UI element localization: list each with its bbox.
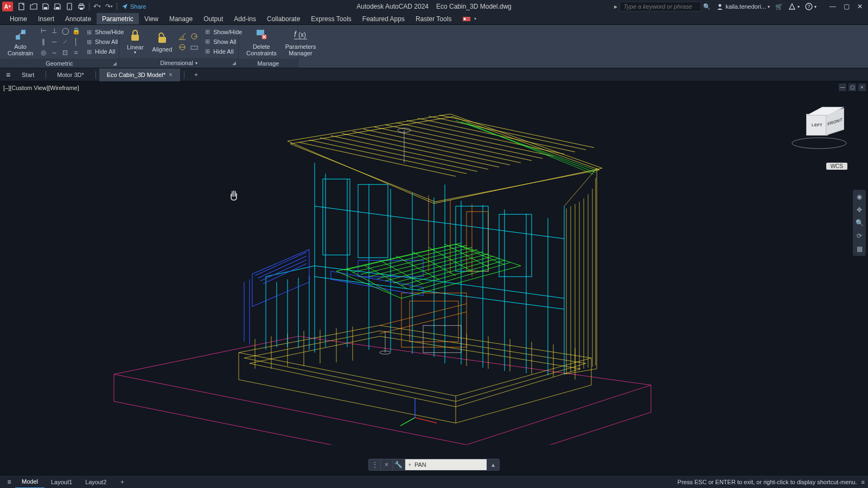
dim-show-hide-icon: ⊞ [203, 28, 211, 36]
help-icon[interactable]: ?▾ [805, 3, 816, 10]
tab-annotate[interactable]: Annotate [60, 13, 97, 24]
drawing-list-button[interactable]: ≡ [2, 69, 14, 81]
ribbon-extra-button[interactable]: ▾ [462, 13, 476, 24]
geometric-panel-expand-icon[interactable]: ◢ [113, 61, 117, 66]
concentric-icon[interactable]: ◎ [39, 48, 48, 57]
vertical-icon[interactable]: │ [71, 37, 81, 47]
aligned-button[interactable]: Aligned [149, 29, 176, 54]
linear-button[interactable]: Linear▾ [124, 27, 147, 56]
collinear-icon[interactable]: ⟋ [60, 37, 70, 47]
viewcube[interactable]: LEFT FRONT [787, 108, 852, 157]
layout-list-button[interactable]: ≡ [3, 478, 15, 486]
tab-express-tools[interactable]: Express Tools [305, 13, 356, 24]
viewport-minimize-icon[interactable]: — [839, 84, 846, 91]
dimensional-show-hide-button[interactable]: ⊞Show/Hide [201, 28, 244, 36]
share-button[interactable]: Share [122, 3, 146, 10]
viewport-close-icon[interactable]: × [858, 84, 866, 91]
diameter-icon[interactable] [177, 42, 187, 52]
radius-icon[interactable] [189, 31, 199, 41]
orbit-nav-icon[interactable]: ⟳ [854, 231, 864, 241]
viewcube-compass-icon[interactable] [787, 137, 852, 153]
plus-icon: ＋ [119, 478, 125, 486]
dimensional-show-all-button[interactable]: ⊞Show All [201, 37, 244, 46]
tab-insert[interactable]: Insert [33, 13, 60, 24]
full-nav-wheel-icon[interactable]: ◉ [854, 192, 864, 202]
open-icon[interactable] [29, 2, 38, 11]
add-layout-button[interactable]: ＋ [113, 476, 132, 489]
tangent-icon[interactable]: ◯ [60, 26, 70, 36]
status-customize-icon[interactable]: ≡ [861, 479, 865, 485]
symmetric-icon[interactable]: ⊡ [60, 48, 70, 57]
layout-tab-layout2[interactable]: Layout2 [79, 476, 113, 489]
command-input[interactable]: ▾ PAN [405, 459, 487, 470]
user-icon [716, 3, 724, 10]
search-box[interactable]: ▸ 🔍 [614, 2, 711, 11]
account-button[interactable]: kaila.tenedori...▾ [716, 3, 770, 10]
close-tab-icon[interactable]: × [169, 71, 173, 79]
layout-tab-model[interactable]: Model [15, 476, 44, 489]
pan-nav-icon[interactable]: ✥ [854, 205, 864, 215]
web-mobile-icon[interactable] [65, 2, 74, 11]
convert-icon[interactable] [189, 42, 199, 52]
zoom-nav-icon[interactable]: 🔍 [854, 218, 864, 228]
tab-collaborate[interactable]: Collaborate [261, 13, 305, 24]
horizontal-icon[interactable]: ─ [49, 37, 59, 47]
undo-icon[interactable]: ↶▾ [93, 2, 101, 11]
dimensional-panel-expand-icon[interactable]: ◢ [232, 60, 236, 66]
auto-constrain-button[interactable]: Auto Constrain [4, 26, 36, 57]
showmotion-icon[interactable]: ▦ [854, 244, 864, 254]
cmd-close-icon[interactable]: × [381, 459, 393, 471]
delete-constraints-button[interactable]: Delete Constraints [243, 26, 280, 57]
perpendicular-icon[interactable]: ⊥ [49, 26, 59, 36]
svg-line-39 [400, 418, 415, 426]
angular-icon[interactable] [177, 31, 187, 41]
coincident-icon[interactable]: ⊢ [39, 26, 48, 36]
viewport-maximize-icon[interactable]: ▢ [848, 84, 856, 91]
doc-tab-eco-cabin[interactable]: Eco Cabin_3D Model*× [99, 68, 181, 81]
svg-rect-7 [80, 8, 83, 10]
equal-icon[interactable]: = [71, 48, 81, 57]
cmd-customize-icon[interactable]: ⋮ [369, 459, 381, 471]
new-icon[interactable] [17, 2, 26, 11]
saveas-icon[interactable] [53, 2, 62, 11]
dimensional-hide-all-button[interactable]: ⊞Hide All [201, 47, 244, 56]
plot-icon[interactable] [77, 2, 86, 11]
svg-rect-12 [464, 18, 465, 20]
search-input[interactable] [620, 2, 701, 11]
app-menu-button[interactable]: A▾ [2, 2, 13, 11]
doc-tab-start[interactable]: Start [14, 68, 42, 81]
command-line[interactable]: ⋮ × 🔧 ▾ PAN ▴ [368, 459, 500, 471]
wcs-label[interactable]: WCS [826, 163, 847, 170]
tab-addins[interactable]: Add-ins [228, 13, 261, 24]
layout-tab-layout1[interactable]: Layout1 [44, 476, 79, 489]
viewport-label[interactable]: [–][Custom View][Wireframe] [3, 85, 79, 91]
cmd-wrench-icon[interactable]: 🔧 [393, 459, 405, 471]
viewcube-left-face[interactable]: LEFT [806, 114, 828, 136]
cmd-expand-icon[interactable]: ▴ [487, 459, 499, 471]
tab-featured-apps[interactable]: Featured Apps [357, 13, 410, 24]
cmd-recent-icon[interactable]: ▾ [409, 462, 411, 467]
close-button[interactable]: ✕ [857, 3, 863, 10]
autodesk-app-icon[interactable]: ▾ [788, 3, 800, 10]
cart-icon[interactable]: 🛒 [775, 3, 783, 10]
smooth-icon[interactable]: ～ [49, 48, 59, 57]
3d-model-wireframe [76, 98, 673, 445]
parameters-manager-button[interactable]: f(x) Parameters Manager [282, 26, 320, 57]
search-icon[interactable]: 🔍 [703, 3, 711, 10]
redo-icon[interactable]: ↷▾ [105, 2, 113, 11]
tab-raster-tools[interactable]: Raster Tools [410, 13, 457, 24]
minimize-button[interactable]: — [829, 3, 836, 10]
tab-view[interactable]: View [139, 13, 164, 24]
tab-output[interactable]: Output [198, 13, 228, 24]
save-icon[interactable] [41, 2, 50, 11]
tab-parametric[interactable]: Parametric [97, 13, 139, 24]
new-tab-button[interactable]: ＋ [188, 68, 205, 81]
maximize-button[interactable]: ▢ [844, 3, 850, 10]
tab-home[interactable]: Home [4, 13, 33, 24]
drawing-canvas[interactable]: [–][Custom View][Wireframe] — ▢ × LEFT F… [0, 81, 868, 475]
doc-tab-motor3d[interactable]: Motor 3D* [49, 68, 92, 81]
navigation-bar: ◉ ✥ 🔍 ⟳ ▦ [853, 190, 866, 256]
tab-manage[interactable]: Manage [164, 13, 198, 24]
parallel-icon[interactable]: ∥ [39, 37, 48, 47]
lock-constraint-icon[interactable]: 🔒 [71, 26, 81, 36]
